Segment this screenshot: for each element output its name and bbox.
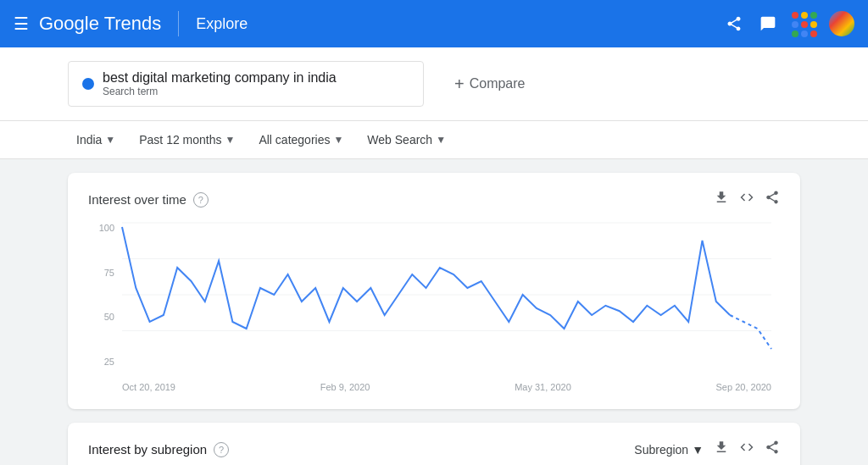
x-label-feb: Feb 9, 2020 [320, 382, 370, 392]
app-logo: Google Trends [39, 13, 161, 35]
download-icon[interactable] [714, 190, 729, 209]
card-header: Interest over time ? [88, 190, 780, 209]
trend-chart-area: 100 75 50 25 Oct 20, 20 [88, 223, 780, 392]
main-content: Interest over time ? 100 75 50 [0, 159, 868, 465]
subregion-title: Interest by subregion [88, 442, 207, 457]
subregion-actions: Subregion ▼ [634, 440, 780, 459]
filters-bar: India ▼ Past 12 months ▼ All categories … [0, 121, 868, 159]
subregion-share-icon[interactable] [765, 440, 780, 459]
y-label-75: 75 [104, 268, 114, 278]
share-icon[interactable] [724, 14, 744, 34]
chart-plot [122, 223, 771, 367]
app-header: ☰ Google Trends Explore [0, 0, 868, 47]
search-term-box[interactable]: best digital marketing company in india … [68, 61, 424, 107]
logo-text: Google Trends [39, 13, 161, 35]
compare-plus-icon: + [454, 75, 465, 94]
search-term-content: best digital marketing company in india … [103, 70, 337, 97]
user-avatar[interactable] [829, 11, 854, 36]
location-label: India [76, 133, 102, 147]
compare-button[interactable]: + Compare [437, 66, 542, 102]
search-type-filter[interactable]: Web Search ▼ [359, 128, 454, 152]
subregion-header: Interest by subregion ? Subregion ▼ [88, 440, 780, 459]
help-icon[interactable]: ? [193, 192, 209, 208]
location-filter[interactable]: India ▼ [68, 128, 124, 152]
embed-icon[interactable] [739, 190, 754, 209]
header-actions [724, 11, 854, 36]
y-axis: 100 75 50 25 [88, 223, 118, 367]
x-axis: Oct 20, 2019 Feb 9, 2020 May 31, 2020 Se… [122, 367, 771, 392]
interest-over-time-card: Interest over time ? 100 75 50 [68, 173, 800, 409]
subregion-help-icon[interactable]: ? [214, 442, 229, 457]
subregion-download-icon[interactable] [714, 440, 729, 459]
search-type-label: Web Search [367, 133, 432, 147]
share-trend-icon[interactable] [765, 190, 780, 209]
subregion-dropdown[interactable]: Subregion ▼ [634, 443, 704, 457]
y-label-50: 50 [104, 312, 114, 322]
x-label-sep: Sep 20, 2020 [716, 382, 771, 392]
subregion-arrow-icon: ▼ [692, 443, 704, 457]
interest-by-subregion-card: Interest by subregion ? Subregion ▼ [68, 423, 800, 465]
subregion-embed-icon[interactable] [739, 440, 754, 459]
y-label-100: 100 [99, 223, 114, 233]
category-arrow-icon: ▼ [333, 134, 343, 146]
explore-label: Explore [196, 15, 248, 33]
search-term-dot [82, 78, 94, 90]
location-arrow-icon: ▼ [105, 134, 115, 146]
category-filter[interactable]: All categories ▼ [250, 128, 352, 152]
x-label-oct: Oct 20, 2019 [122, 382, 175, 392]
search-bar-area: best digital marketing company in india … [0, 47, 868, 121]
trend-line-svg [122, 223, 771, 367]
x-label-may: May 31, 2020 [515, 382, 571, 392]
header-divider [178, 11, 179, 36]
compare-label: Compare [470, 76, 526, 91]
time-filter[interactable]: Past 12 months ▼ [131, 128, 243, 152]
time-arrow-icon: ▼ [225, 134, 236, 146]
subregion-label: Subregion [634, 443, 688, 457]
search-term-label: Search term [103, 86, 337, 97]
notification-icon[interactable] [758, 14, 778, 34]
category-label: All categories [259, 133, 330, 147]
y-label-25: 25 [104, 357, 114, 367]
search-type-arrow-icon: ▼ [436, 134, 446, 146]
card-title: Interest over time ? [88, 192, 209, 208]
card-title-text: Interest over time [88, 192, 186, 207]
time-label: Past 12 months [139, 133, 221, 147]
apps-icon[interactable] [792, 12, 815, 36]
subregion-title-area: Interest by subregion ? [88, 442, 229, 457]
search-term-text: best digital marketing company in india [103, 70, 337, 86]
card-actions [714, 190, 780, 209]
menu-icon[interactable]: ☰ [14, 14, 29, 34]
